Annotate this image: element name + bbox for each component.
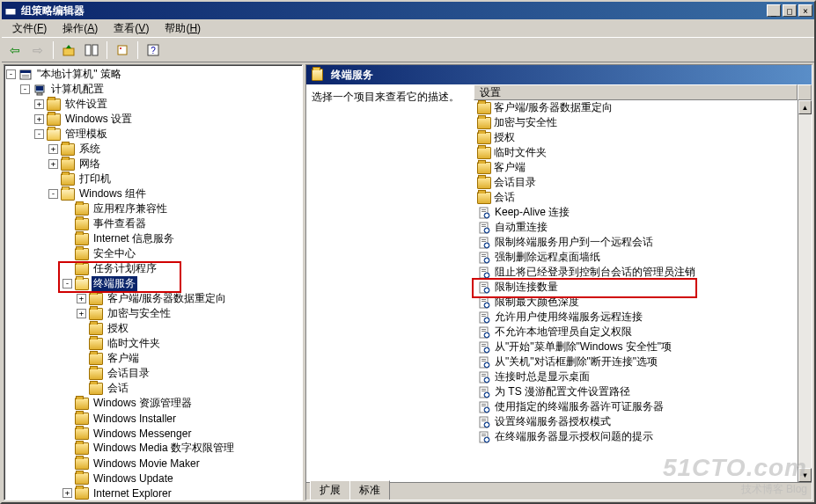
list-item-label: 会话目录: [494, 175, 536, 190]
settings-policy-item[interactable]: 限制连接数量: [474, 280, 798, 295]
policy-setting-icon: [477, 266, 491, 280]
folder-closed-icon: [75, 203, 89, 215]
tree-wc-item[interactable]: 任务计划程序: [6, 261, 302, 276]
tree-software-settings[interactable]: +软件设置: [6, 97, 302, 112]
tree-ts-child[interactable]: +加密与安全性: [6, 306, 302, 321]
settings-policy-item[interactable]: 设置终端服务器授权模式: [474, 414, 798, 429]
settings-policy-item[interactable]: 使用指定的终端服务器许可证服务器: [474, 399, 798, 414]
list-item-label: 限制终端服务用户到一个远程会话: [495, 235, 653, 250]
tree-toggle[interactable]: +: [34, 99, 44, 109]
settings-policy-item[interactable]: 限制终端服务用户到一个远程会话: [474, 235, 798, 250]
menu-help[interactable]: 帮助(H): [158, 19, 208, 38]
tree-windows-components[interactable]: -Windows 组件: [6, 186, 302, 201]
settings-policy-item[interactable]: 不允许本地管理员自定义权限: [474, 325, 798, 340]
tree-ts-child[interactable]: 授权: [6, 321, 302, 336]
tree-ts-child[interactable]: 会话: [6, 381, 302, 396]
policy-tree[interactable]: -"本地计算机" 策略-计算机配置+软件设置+Windows 设置-管理模板+系…: [4, 65, 302, 500]
tree-wc-item[interactable]: 应用程序兼容性: [6, 201, 302, 216]
tree-ts-child[interactable]: 客户端: [6, 351, 302, 366]
settings-policy-item[interactable]: 在终端服务器显示授权问题的提示: [474, 429, 798, 444]
tree-wc-item[interactable]: Windows 资源管理器: [6, 396, 302, 411]
settings-folder-item[interactable]: 临时文件夹: [474, 145, 798, 160]
settings-policy-item[interactable]: 自动重连接: [474, 220, 798, 235]
close-button[interactable]: ×: [798, 4, 812, 17]
settings-policy-item[interactable]: 连接时总是显示桌面: [474, 369, 798, 384]
svg-rect-59: [482, 314, 486, 315]
scroll-up-button[interactable]: ▲: [798, 100, 812, 114]
tree-ts-child[interactable]: 临时文件夹: [6, 336, 302, 351]
tree-toggle[interactable]: -: [34, 129, 44, 139]
vertical-scrollbar[interactable]: ▲ ▼: [798, 100, 812, 482]
tree-wc-item[interactable]: Windows Installer: [6, 411, 302, 426]
up-folder-button[interactable]: [59, 40, 78, 60]
tree-wc-item[interactable]: Windows Movie Maker: [6, 456, 302, 471]
tree-wc-item[interactable]: Windows Update: [6, 471, 302, 486]
tree-toggle[interactable]: -: [6, 69, 16, 79]
tree-item-label: Windows Movie Maker: [92, 457, 202, 470]
show-hide-tree-button[interactable]: [82, 40, 101, 60]
menu-action[interactable]: 操作(A): [55, 19, 105, 38]
scroll-track[interactable]: [798, 114, 812, 468]
tree-toggle[interactable]: -: [48, 189, 58, 199]
tree-wc-item[interactable]: 事件查看器: [6, 216, 302, 231]
settings-policy-item[interactable]: 限制最大颜色深度: [474, 295, 798, 310]
tab-standard[interactable]: 标准: [349, 480, 390, 500]
settings-policy-item[interactable]: 阻止将已经登录到控制台会话的管理员注销: [474, 265, 798, 280]
tree-wc-item[interactable]: +Internet Explorer: [6, 486, 302, 500]
tree-ts-child[interactable]: +客户端/服务器数据重定向: [6, 291, 302, 306]
settings-policy-item[interactable]: Keep-Alive 连接: [474, 205, 798, 220]
tree-toggle[interactable]: +: [77, 294, 86, 303]
menu-file[interactable]: 文件(F): [5, 19, 54, 38]
settings-folder-item[interactable]: 会话: [474, 190, 798, 205]
tree-item-label: 临时文件夹: [106, 336, 162, 351]
tree-wc-item[interactable]: 安全中心: [6, 246, 302, 261]
tree-admin-templates[interactable]: -管理模板: [6, 127, 302, 142]
tree-toggle[interactable]: +: [62, 488, 72, 498]
maximize-button[interactable]: □: [783, 4, 797, 17]
svg-rect-93: [485, 394, 489, 396]
settings-folder-item[interactable]: 客户端: [474, 160, 798, 175]
tree-terminal-services[interactable]: -终端服务: [6, 276, 302, 291]
tree-wc-item[interactable]: Internet 信息服务: [6, 231, 302, 246]
tree-windows-settings[interactable]: +Windows 设置: [6, 112, 302, 127]
svg-rect-71: [482, 344, 486, 345]
tab-extended[interactable]: 扩展: [310, 480, 350, 500]
tree-toggle[interactable]: +: [77, 309, 86, 318]
settings-policy-item[interactable]: 从"开始"菜单删除"Windows 安全性"项: [474, 340, 798, 354]
settings-folder-item[interactable]: 会话目录: [474, 175, 798, 190]
forward-button[interactable]: ⇨: [28, 40, 48, 60]
list-item-label: 阻止将已经登录到控制台会话的管理员注销: [495, 265, 695, 280]
tree-system[interactable]: +系统: [6, 142, 302, 157]
tree-toggle[interactable]: +: [34, 114, 44, 124]
tree-wc-item[interactable]: Windows Messenger: [6, 426, 302, 441]
settings-policy-item[interactable]: 强制删除远程桌面墙纸: [474, 250, 798, 265]
tree-toggle[interactable]: -: [62, 279, 72, 289]
export-list-button[interactable]: [113, 40, 132, 60]
minimize-button[interactable]: _: [767, 4, 781, 17]
settings-policy-item[interactable]: 从"关机"对话框删除"断开连接"选项: [474, 354, 798, 369]
settings-list[interactable]: 客户端/服务器数据重定向加密与安全性授权临时文件夹客户端会话目录会话Keep-A…: [474, 100, 798, 482]
tree-network[interactable]: +网络: [6, 157, 302, 172]
svg-rect-69: [485, 334, 489, 336]
tree-computer-config[interactable]: -计算机配置: [6, 82, 302, 97]
folder-closed-icon: [47, 113, 61, 126]
tree-printers[interactable]: 打印机: [6, 172, 302, 186]
tree-root[interactable]: -"本地计算机" 策略: [6, 67, 302, 82]
settings-folder-item[interactable]: 授权: [474, 130, 798, 145]
back-button[interactable]: ⇦: [5, 40, 25, 60]
folder-open-icon: [47, 128, 61, 141]
tree-toggle[interactable]: -: [20, 84, 30, 94]
tree-toggle[interactable]: +: [48, 144, 58, 154]
tree-toggle[interactable]: +: [48, 159, 58, 169]
scroll-down-button[interactable]: ▼: [798, 468, 812, 482]
settings-folder-item[interactable]: 客户端/服务器数据重定向: [474, 100, 798, 115]
svg-rect-90: [482, 391, 486, 391]
settings-policy-item[interactable]: 允许用户使用终端服务远程连接: [474, 310, 798, 325]
tree-ts-child[interactable]: 会话目录: [6, 366, 302, 381]
tree-wc-item[interactable]: Windows Media 数字权限管理: [6, 441, 302, 456]
settings-column-header[interactable]: 设置: [474, 84, 798, 100]
settings-policy-item[interactable]: 为 TS 漫游配置文件设置路径: [474, 384, 798, 399]
help-button[interactable]: ?: [143, 40, 163, 60]
menu-view[interactable]: 查看(V): [107, 19, 156, 38]
settings-folder-item[interactable]: 加密与安全性: [474, 115, 798, 130]
